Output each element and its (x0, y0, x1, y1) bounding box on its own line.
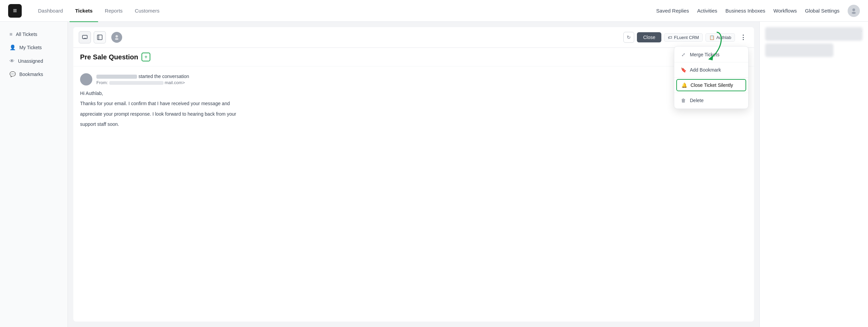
sidebar-item-unassigned[interactable]: 👁 Unassigned (3, 55, 65, 67)
ticket-title: Pre Sale Question (80, 53, 138, 61)
msg-body-line2: appreciate your prompt response. I look … (80, 110, 747, 118)
svg-point-9 (83, 81, 90, 84)
dropdown-menu: ⤢ Merge Tickets 🔖 Add Bookmark 🔔 Close T… (674, 46, 749, 109)
detail-view-button[interactable] (94, 31, 106, 43)
crm-icon: 🏷 (668, 35, 672, 40)
ticket-area: ↻ Close 🏷 FLuent CRM 📋 Authlab ⋮ Pre Sal… (73, 27, 754, 322)
nav-reports[interactable]: Reports (99, 5, 128, 16)
from-suffix: mail.com> (165, 80, 185, 85)
ticket-add-button[interactable]: + (141, 53, 150, 61)
sidebar-label-all-tickets: All Tickets (16, 32, 37, 37)
right-panel-blur-1 (765, 27, 863, 41)
sidebar-label-bookmarks: Bookmarks (19, 72, 43, 77)
refresh-button[interactable]: ↻ (623, 32, 634, 43)
eye-icon: 👁 (10, 58, 15, 64)
started-text: started the conversation (138, 74, 189, 79)
list-icon: ≡ (10, 31, 13, 37)
from-label: From: (96, 80, 108, 85)
svg-point-1 (852, 12, 856, 14)
bookmark-label: Add Bookmark (690, 67, 721, 73)
dots-icon: ⋮ (740, 34, 746, 41)
right-panel: ⋯ (759, 22, 868, 327)
authlab-badge[interactable]: 📋 Authlab (705, 33, 735, 42)
logo[interactable]: ≡ (8, 4, 22, 18)
svg-point-8 (84, 76, 89, 80)
toolbar: ↻ Close 🏷 FLuent CRM 📋 Authlab ⋮ (73, 27, 754, 48)
nav-activities[interactable]: Activities (697, 8, 717, 14)
nav-saved-replies[interactable]: Saved Replies (656, 8, 689, 14)
main-content: ↻ Close 🏷 FLuent CRM 📋 Authlab ⋮ Pre Sal… (68, 22, 759, 327)
bookmark-sidebar-icon: 💬 (10, 71, 16, 77)
message-header: started the conversation From: mail.com>… (80, 73, 747, 85)
message-body: Hi Authlab, Thanks for your email. I con… (80, 90, 747, 128)
message-meta: started the conversation From: mail.com> (96, 74, 189, 85)
sidebar-item-all-tickets[interactable]: ≡ All Tickets (3, 28, 65, 40)
conversation: started the conversation From: mail.com>… (73, 66, 754, 138)
dropdown-add-bookmark[interactable]: 🔖 Add Bookmark (674, 64, 748, 76)
user-avatar[interactable] (848, 5, 860, 17)
from-email-blur (109, 81, 164, 85)
silent-icon: 🔔 (681, 82, 687, 88)
ticket-title-row: Pre Sale Question + #57 normal no (73, 48, 754, 66)
close-silently-label: Close Ticket Silently (691, 82, 733, 88)
more-options-button[interactable]: ⋮ (738, 32, 749, 43)
logo-icon: ≡ (13, 7, 17, 15)
right-panel-blur-2 (765, 43, 833, 57)
svg-point-6 (115, 38, 118, 40)
main-layout: ≡ All Tickets 👤 My Tickets 👁 Unassigned … (0, 22, 868, 327)
sender-name-blur (96, 75, 137, 79)
authlab-icon: 📋 (709, 35, 715, 40)
dropdown-close-silently[interactable]: 🔔 Close Ticket Silently (676, 79, 746, 91)
msg-greeting: Hi Authlab, (80, 90, 747, 97)
bookmark-icon: 🔖 (680, 67, 686, 73)
close-button[interactable]: Close (637, 32, 661, 42)
dropdown-delete[interactable]: 🗑 Delete (674, 94, 748, 107)
sidebar-item-my-tickets[interactable]: 👤 My Tickets (3, 41, 65, 54)
msg-body-line1: Thanks for your email. I confirm that I … (80, 100, 747, 107)
chat-view-button[interactable] (79, 31, 91, 43)
nav-right: Saved Replies Activities Business Inboxe… (656, 5, 860, 17)
merge-label: Merge Tickets (690, 52, 719, 57)
fluent-crm-badge[interactable]: 🏷 FLuent CRM (664, 33, 703, 42)
ticket-avatar (111, 32, 122, 43)
msg-body-line3: support staff soon. (80, 120, 747, 128)
sidebar: ≡ All Tickets 👤 My Tickets 👁 Unassigned … (0, 22, 68, 327)
nav-tickets[interactable]: Tickets (70, 5, 98, 16)
authlab-label: Authlab (716, 35, 731, 40)
sidebar-label-unassigned: Unassigned (18, 58, 43, 64)
nav-dashboard[interactable]: Dashboard (33, 5, 68, 16)
svg-rect-3 (97, 35, 102, 40)
dropdown-divider-2 (674, 77, 748, 78)
message-sender-line: started the conversation (96, 74, 189, 79)
svg-point-5 (116, 35, 118, 38)
nav-global-settings[interactable]: Global Settings (805, 8, 839, 14)
merge-icon: ⤢ (680, 52, 686, 57)
sidebar-label-my-tickets: My Tickets (19, 45, 42, 50)
delete-icon: 🗑 (680, 98, 686, 103)
nav-business-inboxes[interactable]: Business Inboxes (725, 8, 766, 14)
nav-links: Dashboard Tickets Reports Customers (33, 5, 656, 16)
svg-point-0 (852, 8, 855, 11)
sidebar-item-bookmarks[interactable]: 💬 Bookmarks (3, 68, 65, 81)
dropdown-merge-tickets[interactable]: ⤢ Merge Tickets (674, 49, 748, 61)
crm-label: FLuent CRM (674, 35, 699, 40)
top-nav: ≡ Dashboard Tickets Reports Customers Sa… (0, 0, 868, 22)
message-from-line: From: mail.com> (96, 80, 189, 85)
delete-label: Delete (690, 98, 703, 103)
dropdown-divider-3 (674, 93, 748, 93)
nav-customers[interactable]: Customers (129, 5, 165, 16)
person-icon: 👤 (10, 44, 16, 51)
dropdown-divider-1 (674, 62, 748, 62)
message-avatar (80, 73, 92, 85)
nav-workflows[interactable]: Workflows (773, 8, 797, 14)
